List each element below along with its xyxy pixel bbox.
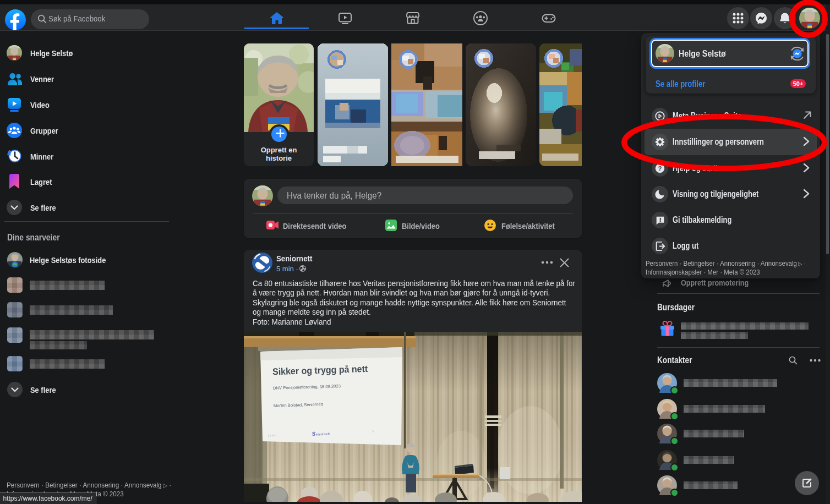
svg-text:eniornett: eniornett: [316, 432, 330, 436]
svg-text:1.0.2023: 1.0.2023: [268, 434, 277, 437]
svg-text:1: 1: [372, 429, 374, 432]
